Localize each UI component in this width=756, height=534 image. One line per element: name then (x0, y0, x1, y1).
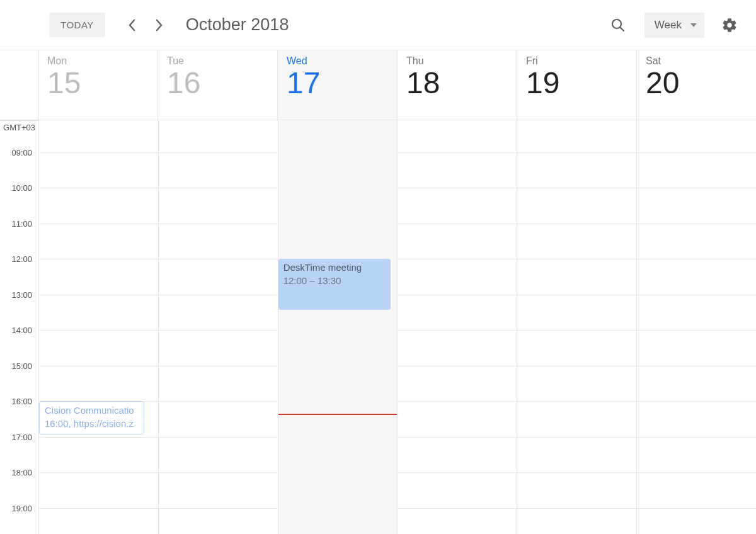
event-title: DeskTime meeting (284, 261, 386, 274)
today-button[interactable]: TODAY (49, 13, 105, 37)
day-number: 20 (646, 65, 750, 100)
svg-line-1 (620, 27, 624, 31)
hour-label: 14:00 (11, 326, 32, 335)
calendar-event[interactable]: DeskTime meeting12:00 – 13:30 (278, 259, 391, 310)
hour-label: 16:00 (11, 397, 32, 406)
chevron-right-icon (156, 19, 163, 31)
day-column-sat[interactable] (636, 120, 756, 534)
hour-label: 15:00 (11, 361, 32, 370)
hour-label: 09:00 (11, 147, 32, 157)
time-gutter: 09:0010:0011:0012:0013:0014:0015:0016:00… (0, 120, 38, 534)
chevron-left-icon (128, 19, 135, 31)
header-bar: TODAY October 2018 Week (0, 0, 756, 50)
day-header-mon[interactable]: Mon15 (38, 50, 158, 120)
timezone-gutter-stub (0, 50, 38, 120)
day-header-wed[interactable]: Wed17 (278, 50, 398, 120)
day-column-mon[interactable]: Cision Communicatio16:00, https://cision… (38, 120, 158, 534)
search-button[interactable] (605, 13, 631, 38)
hour-label: 18:00 (11, 468, 32, 477)
next-week-button[interactable] (148, 14, 171, 37)
hour-label: 10:00 (11, 183, 32, 193)
day-column-wed[interactable]: DeskTime meeting12:00 – 13:30 (278, 120, 398, 534)
day-column-tue[interactable] (158, 120, 278, 534)
chevron-down-icon (690, 23, 697, 27)
day-header-tue[interactable]: Tue16 (158, 50, 278, 120)
grid-columns: Cision Communicatio16:00, https://cision… (38, 120, 756, 534)
view-selector[interactable]: Week (644, 13, 704, 38)
view-selector-label: Week (655, 19, 682, 31)
day-column-thu[interactable] (397, 120, 517, 534)
day-number: 19 (526, 65, 630, 100)
day-header-sat[interactable]: Sat20 (637, 50, 756, 120)
hour-label: 12:00 (11, 254, 32, 264)
month-title: October 2018 (186, 15, 289, 35)
day-number: 15 (47, 65, 151, 100)
day-column-fri[interactable] (517, 120, 636, 534)
day-number: 17 (287, 65, 391, 100)
day-number: 18 (406, 65, 510, 100)
settings-button[interactable] (717, 13, 742, 38)
gear-icon (721, 17, 738, 33)
event-title: Cision Communicatio (45, 404, 139, 417)
day-header-thu[interactable]: Thu18 (398, 50, 517, 120)
search-icon (610, 18, 626, 33)
day-header-fri[interactable]: Fri19 (517, 50, 637, 120)
nav-arrows (120, 14, 171, 37)
calendar-event[interactable]: Cision Communicatio16:00, https://cision… (39, 401, 144, 435)
event-subtitle: 16:00, https://cision.z (45, 418, 139, 430)
hour-label: 11:00 (11, 219, 32, 228)
day-header-row: Mon15Tue16Wed17Thu18Fri19Sat20 (0, 50, 756, 120)
hour-label: 13:00 (11, 290, 32, 299)
event-subtitle: 12:00 – 13:30 (284, 275, 386, 287)
day-number: 16 (167, 65, 271, 100)
prev-week-button[interactable] (120, 14, 143, 37)
hour-label: 17:00 (11, 432, 32, 441)
calendar-grid: 09:0010:0011:0012:0013:0014:0015:0016:00… (0, 120, 756, 534)
current-time-indicator (278, 414, 398, 415)
hour-label: 19:00 (11, 503, 32, 513)
